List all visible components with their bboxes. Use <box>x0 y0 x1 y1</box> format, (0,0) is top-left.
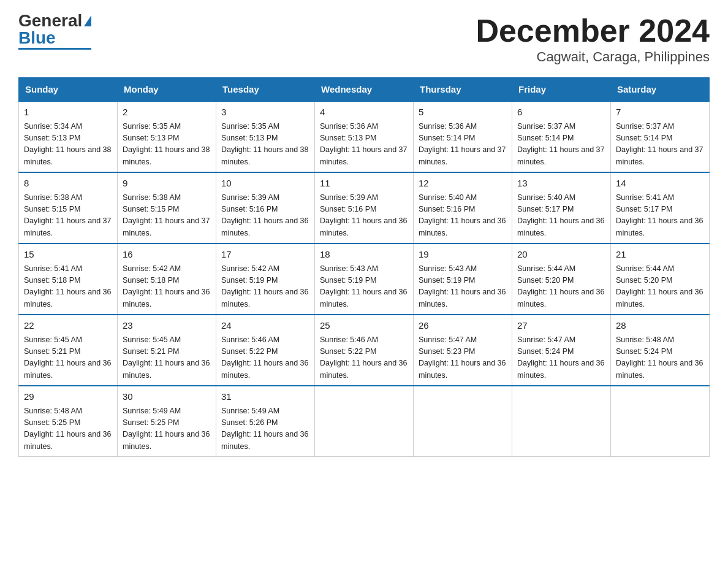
calendar-header-row: SundayMondayTuesdayWednesdayThursdayFrid… <box>19 78 710 102</box>
calendar-day-cell: 7 Sunrise: 5:37 AMSunset: 5:14 PMDayligh… <box>611 101 710 172</box>
day-number: 13 <box>517 177 605 191</box>
page-header: General Blue December 2024 Cagwait, Cara… <box>18 12 710 65</box>
calendar-day-header: Sunday <box>19 78 118 102</box>
day-info: Sunrise: 5:49 AMSunset: 5:26 PMDaylight:… <box>221 405 309 453</box>
day-info: Sunrise: 5:44 AMSunset: 5:20 PMDaylight:… <box>517 263 605 311</box>
day-number: 30 <box>123 390 211 404</box>
day-number: 3 <box>221 105 309 120</box>
calendar-day-cell <box>315 386 414 457</box>
day-number: 26 <box>419 319 507 333</box>
calendar-day-cell <box>414 386 512 457</box>
calendar-week-row: 29 Sunrise: 5:48 AMSunset: 5:25 PMDaylig… <box>19 386 710 457</box>
calendar-day-cell <box>512 386 611 457</box>
day-info: Sunrise: 5:42 AMSunset: 5:18 PMDaylight:… <box>123 263 211 311</box>
day-info: Sunrise: 5:48 AMSunset: 5:24 PMDaylight:… <box>616 334 704 382</box>
day-info: Sunrise: 5:48 AMSunset: 5:25 PMDaylight:… <box>24 405 112 453</box>
day-info: Sunrise: 5:40 AMSunset: 5:17 PMDaylight:… <box>517 192 605 240</box>
day-info: Sunrise: 5:42 AMSunset: 5:19 PMDaylight:… <box>221 263 309 311</box>
day-info: Sunrise: 5:41 AMSunset: 5:17 PMDaylight:… <box>616 192 704 240</box>
day-number: 1 <box>24 105 112 120</box>
day-info: Sunrise: 5:40 AMSunset: 5:16 PMDaylight:… <box>419 192 507 240</box>
calendar-day-header: Tuesday <box>216 78 315 102</box>
calendar-day-cell: 4 Sunrise: 5:36 AMSunset: 5:13 PMDayligh… <box>315 101 414 172</box>
day-info: Sunrise: 5:43 AMSunset: 5:19 PMDaylight:… <box>419 263 507 311</box>
day-number: 28 <box>616 319 704 333</box>
day-number: 5 <box>419 105 507 120</box>
day-number: 12 <box>419 177 507 191</box>
day-info: Sunrise: 5:38 AMSunset: 5:15 PMDaylight:… <box>24 192 112 240</box>
day-number: 20 <box>517 248 605 262</box>
calendar-day-cell: 6 Sunrise: 5:37 AMSunset: 5:14 PMDayligh… <box>512 101 611 172</box>
logo: General Blue <box>18 12 91 50</box>
calendar-day-cell: 25 Sunrise: 5:46 AMSunset: 5:22 PMDaylig… <box>315 315 414 386</box>
day-number: 9 <box>123 177 211 191</box>
calendar-day-cell: 23 Sunrise: 5:45 AMSunset: 5:21 PMDaylig… <box>118 315 216 386</box>
calendar-day-cell <box>611 386 710 457</box>
day-number: 10 <box>221 177 309 191</box>
day-info: Sunrise: 5:41 AMSunset: 5:18 PMDaylight:… <box>24 263 112 311</box>
calendar-day-cell: 9 Sunrise: 5:38 AMSunset: 5:15 PMDayligh… <box>118 172 216 243</box>
day-number: 2 <box>123 105 211 120</box>
logo-blue-text: Blue <box>18 29 56 47</box>
day-info: Sunrise: 5:47 AMSunset: 5:24 PMDaylight:… <box>517 334 605 382</box>
calendar-day-cell: 18 Sunrise: 5:43 AMSunset: 5:19 PMDaylig… <box>315 243 414 315</box>
day-number: 15 <box>24 248 112 262</box>
calendar-day-cell: 1 Sunrise: 5:34 AMSunset: 5:13 PMDayligh… <box>19 101 118 172</box>
day-info: Sunrise: 5:35 AMSunset: 5:13 PMDaylight:… <box>123 121 211 169</box>
day-info: Sunrise: 5:36 AMSunset: 5:14 PMDaylight:… <box>419 121 507 169</box>
calendar-day-cell: 15 Sunrise: 5:41 AMSunset: 5:18 PMDaylig… <box>19 243 118 315</box>
calendar-day-cell: 24 Sunrise: 5:46 AMSunset: 5:22 PMDaylig… <box>216 315 315 386</box>
day-number: 27 <box>517 319 605 333</box>
day-info: Sunrise: 5:46 AMSunset: 5:22 PMDaylight:… <box>221 334 309 382</box>
day-number: 11 <box>320 177 408 191</box>
calendar-day-cell: 11 Sunrise: 5:39 AMSunset: 5:16 PMDaylig… <box>315 172 414 243</box>
day-info: Sunrise: 5:43 AMSunset: 5:19 PMDaylight:… <box>320 263 408 311</box>
calendar-day-cell: 10 Sunrise: 5:39 AMSunset: 5:16 PMDaylig… <box>216 172 315 243</box>
calendar-day-cell: 2 Sunrise: 5:35 AMSunset: 5:13 PMDayligh… <box>118 101 216 172</box>
day-info: Sunrise: 5:39 AMSunset: 5:16 PMDaylight:… <box>320 192 408 240</box>
calendar-day-header: Friday <box>512 78 611 102</box>
day-info: Sunrise: 5:45 AMSunset: 5:21 PMDaylight:… <box>24 334 112 382</box>
calendar-week-row: 8 Sunrise: 5:38 AMSunset: 5:15 PMDayligh… <box>19 172 710 243</box>
calendar-day-cell: 13 Sunrise: 5:40 AMSunset: 5:17 PMDaylig… <box>512 172 611 243</box>
calendar-day-cell: 31 Sunrise: 5:49 AMSunset: 5:26 PMDaylig… <box>216 386 315 457</box>
day-number: 4 <box>320 105 408 120</box>
day-info: Sunrise: 5:36 AMSunset: 5:13 PMDaylight:… <box>320 121 408 169</box>
day-info: Sunrise: 5:45 AMSunset: 5:21 PMDaylight:… <box>123 334 211 382</box>
day-number: 21 <box>616 248 704 262</box>
calendar-day-cell: 14 Sunrise: 5:41 AMSunset: 5:17 PMDaylig… <box>611 172 710 243</box>
calendar-day-cell: 17 Sunrise: 5:42 AMSunset: 5:19 PMDaylig… <box>216 243 315 315</box>
title-section: December 2024 Cagwait, Caraga, Philippin… <box>476 12 710 65</box>
day-number: 17 <box>221 248 309 262</box>
calendar-week-row: 22 Sunrise: 5:45 AMSunset: 5:21 PMDaylig… <box>19 315 710 386</box>
calendar-day-cell: 3 Sunrise: 5:35 AMSunset: 5:13 PMDayligh… <box>216 101 315 172</box>
calendar-day-cell: 30 Sunrise: 5:49 AMSunset: 5:25 PMDaylig… <box>118 386 216 457</box>
calendar-day-cell: 20 Sunrise: 5:44 AMSunset: 5:20 PMDaylig… <box>512 243 611 315</box>
day-info: Sunrise: 5:46 AMSunset: 5:22 PMDaylight:… <box>320 334 408 382</box>
calendar-day-cell: 12 Sunrise: 5:40 AMSunset: 5:16 PMDaylig… <box>414 172 512 243</box>
calendar-day-cell: 28 Sunrise: 5:48 AMSunset: 5:24 PMDaylig… <box>611 315 710 386</box>
calendar-day-cell: 26 Sunrise: 5:47 AMSunset: 5:23 PMDaylig… <box>414 315 512 386</box>
day-number: 29 <box>24 390 112 404</box>
calendar-day-header: Wednesday <box>315 78 414 102</box>
day-info: Sunrise: 5:47 AMSunset: 5:23 PMDaylight:… <box>419 334 507 382</box>
day-number: 24 <box>221 319 309 333</box>
calendar-day-cell: 5 Sunrise: 5:36 AMSunset: 5:14 PMDayligh… <box>414 101 512 172</box>
calendar-day-cell: 19 Sunrise: 5:43 AMSunset: 5:19 PMDaylig… <box>414 243 512 315</box>
calendar-day-cell: 27 Sunrise: 5:47 AMSunset: 5:24 PMDaylig… <box>512 315 611 386</box>
calendar-day-cell: 16 Sunrise: 5:42 AMSunset: 5:18 PMDaylig… <box>118 243 216 315</box>
day-number: 18 <box>320 248 408 262</box>
day-number: 7 <box>616 105 704 120</box>
day-info: Sunrise: 5:44 AMSunset: 5:20 PMDaylight:… <box>616 263 704 311</box>
logo-triangle-icon <box>84 15 91 26</box>
calendar-day-cell: 21 Sunrise: 5:44 AMSunset: 5:20 PMDaylig… <box>611 243 710 315</box>
day-info: Sunrise: 5:37 AMSunset: 5:14 PMDaylight:… <box>616 121 704 169</box>
calendar-week-row: 1 Sunrise: 5:34 AMSunset: 5:13 PMDayligh… <box>19 101 710 172</box>
logo-underline <box>18 48 91 50</box>
day-number: 23 <box>123 319 211 333</box>
logo-general-text: General <box>18 12 82 29</box>
calendar-day-header: Saturday <box>611 78 710 102</box>
calendar-day-cell: 22 Sunrise: 5:45 AMSunset: 5:21 PMDaylig… <box>19 315 118 386</box>
day-info: Sunrise: 5:39 AMSunset: 5:16 PMDaylight:… <box>221 192 309 240</box>
day-number: 22 <box>24 319 112 333</box>
